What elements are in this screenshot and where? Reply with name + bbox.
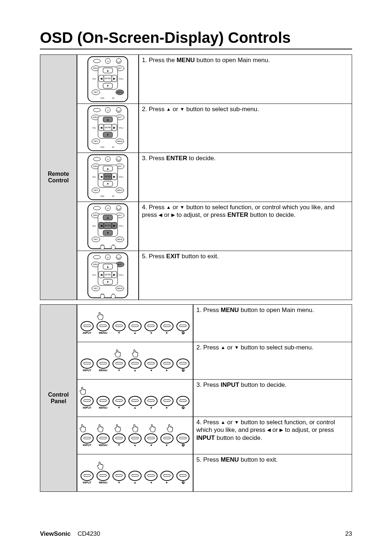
- panel-button-►: [160, 358, 173, 369]
- svg-text:VOL-: VOL-: [92, 127, 97, 129]
- svg-text:▲: ▲: [106, 216, 109, 219]
- svg-text:▼: ▼: [106, 182, 109, 186]
- svg-text:EXIT: EXIT: [118, 67, 122, 69]
- svg-point-112: [100, 245, 105, 250]
- panel-button-◄: [144, 358, 158, 369]
- svg-text:▼: ▼: [106, 84, 109, 88]
- svg-text:▶: ▶: [113, 175, 116, 178]
- panel-step-text: 4. Press ▲ or ▼ button to select functio…: [193, 417, 352, 454]
- svg-text:VOL-: VOL-: [92, 274, 97, 276]
- svg-point-4: [116, 58, 121, 64]
- svg-text:MENU: MENU: [117, 189, 123, 191]
- svg-text:AV: AV: [112, 195, 115, 197]
- panel-button-▲: [128, 396, 142, 406]
- svg-point-60: [116, 157, 121, 162]
- panel-button-◄: [144, 433, 158, 443]
- panel-step-row: INPUT MENU ▼ ▲ ◄: [77, 342, 352, 380]
- panel-step-image: INPUT MENU ▼ ▲ ◄: [77, 454, 193, 491]
- panel-step-text: 3. Press INPUT button to decide.: [193, 380, 352, 417]
- remote-diagram: U INPUT EXIT ▲ ▼ ◀ ▶ ENTER VOL- VOL+ INF…: [81, 105, 135, 151]
- page-footer: ViewSonic CD4230 23: [40, 530, 352, 538]
- svg-text:VGA: VGA: [101, 97, 105, 99]
- svg-text:INPUT: INPUT: [93, 263, 99, 266]
- panel-label: Control Panel: [40, 305, 77, 491]
- svg-text:▲: ▲: [106, 69, 109, 72]
- svg-point-88: [116, 206, 121, 211]
- svg-text:VGA: VGA: [101, 146, 105, 148]
- remote-step-image: U INPUT EXIT ▲ ▼ ◀ ▶ ENTER VOL- VOL+ INF…: [77, 153, 139, 202]
- svg-text:▲: ▲: [106, 167, 109, 170]
- page-title: OSD (On-Screen-Display) Controls: [40, 29, 352, 49]
- panel-diagram: INPUT MENU ▼ ▲ ◄: [75, 349, 195, 372]
- panel-step-row: INPUT MENU ▼ ▲ ◄: [77, 305, 352, 342]
- svg-text:VGA: VGA: [101, 195, 105, 197]
- svg-text:▲: ▲: [106, 265, 109, 268]
- svg-text:VOL+: VOL+: [119, 225, 124, 227]
- panel-step-row: INPUT MENU ▼ ▲ ◄: [77, 380, 352, 417]
- svg-point-142: [100, 294, 105, 299]
- panel-button-◄: [144, 396, 158, 406]
- svg-text:ENTER: ENTER: [105, 224, 111, 227]
- svg-text:INPUT: INPUT: [93, 165, 99, 167]
- panel-step-row: INPUT MENU ▼ ▲ ◄: [77, 454, 352, 491]
- svg-point-29: [93, 108, 101, 112]
- svg-point-118: [116, 255, 121, 260]
- svg-text:VOL+: VOL+: [119, 127, 124, 129]
- panel-step-image: INPUT MENU ▼ ▲ ◄: [77, 305, 193, 342]
- remote-step-row: U INPUT EXIT ▲ ▼ ◀ ▶ ENTER VOL- VOL+ INF…: [77, 153, 352, 202]
- panel-button-▼: [113, 433, 126, 443]
- panel-diagram: INPUT MENU ▼ ▲ ◄: [75, 312, 195, 335]
- svg-text:INFO: INFO: [94, 189, 98, 191]
- svg-point-143: [111, 294, 115, 299]
- remote-diagram: U INPUT EXIT ▲ ▼ ◀ ▶ ENTER VOL- VOL+ INF…: [81, 56, 135, 102]
- panel-step-image: INPUT MENU ▼ ▲ ◄: [77, 380, 193, 417]
- panel-step-image: INPUT MENU ▼ ▲ ◄: [77, 342, 193, 379]
- svg-text:◀: ◀: [100, 224, 103, 227]
- panel-button-▼: [113, 471, 126, 481]
- panel-button-▼: [113, 396, 126, 406]
- remote-step-text: 2. Press ▲ or ▼ button to select sub-men…: [139, 104, 352, 153]
- remote-step-image: U INPUT EXIT ▲ ▼ ◀ ▶ ENTER VOL- VOL+ INF…: [77, 104, 139, 153]
- svg-text:U: U: [107, 109, 109, 112]
- svg-point-113: [111, 245, 115, 250]
- svg-text:ENTER: ENTER: [105, 126, 111, 129]
- svg-text:U: U: [107, 158, 109, 161]
- panel-step-text: 1. Press MENU button to open Main menu.: [193, 305, 352, 342]
- svg-text:▼: ▼: [106, 133, 109, 137]
- remote-step-image: U INPUT EXIT ▲ ▼ ◀ ▶ ENTER VOL- VOL+ INF…: [77, 55, 139, 104]
- svg-text:▶: ▶: [113, 224, 116, 227]
- svg-text:◀: ◀: [100, 126, 103, 129]
- svg-text:▲: ▲: [106, 118, 109, 121]
- footer-page: 23: [345, 530, 352, 538]
- svg-text:EXIT: EXIT: [118, 116, 122, 118]
- svg-point-32: [116, 108, 121, 113]
- svg-text:MENU: MENU: [117, 91, 123, 93]
- panel-button-MENU: [97, 396, 110, 406]
- panel-button-▲: [128, 433, 142, 443]
- footer-brand: ViewSonic: [40, 530, 71, 537]
- remote-step-text: 3. Press ENTER to decide.: [139, 153, 352, 202]
- svg-text:VOL-: VOL-: [92, 225, 97, 227]
- svg-text:◀: ◀: [100, 273, 103, 276]
- svg-text:EXIT: EXIT: [118, 165, 122, 167]
- svg-point-115: [93, 255, 101, 259]
- panel-diagram: INPUT MENU ▼ ▲ ◄: [75, 424, 195, 447]
- svg-text:▼: ▼: [106, 280, 109, 284]
- panel-button-▲: [128, 358, 142, 369]
- panel-button-►: [160, 433, 173, 443]
- panel-button-MENU: [97, 321, 110, 331]
- panel-button-►: [160, 321, 173, 331]
- svg-text:VOL+: VOL+: [119, 176, 124, 178]
- panel-button-⏻: [176, 321, 189, 331]
- panel-button-⏻: [176, 471, 189, 481]
- remote-step-row: U INPUT EXIT ▲ ▼ ◀ ▶ ENTER VOL- VOL+ INF…: [77, 104, 352, 153]
- svg-point-1: [93, 59, 101, 63]
- svg-text:INPUT: INPUT: [93, 116, 99, 118]
- svg-point-57: [93, 157, 101, 161]
- panel-button-⏻: [176, 396, 189, 406]
- panel-button-INPUT: [81, 396, 94, 406]
- panel-button-►: [160, 471, 173, 481]
- svg-text:AV: AV: [112, 146, 115, 148]
- panel-button-INPUT: [81, 471, 94, 481]
- panel-section: Control Panel: [40, 304, 352, 492]
